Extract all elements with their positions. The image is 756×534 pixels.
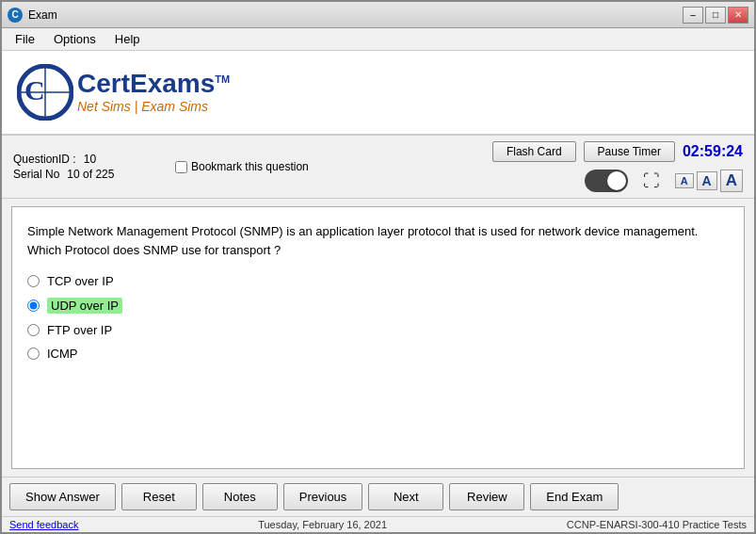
serial-value: 10 of 225 [67,168,114,181]
serial-row: Serial No 10 of 225 [13,168,164,181]
logo-area: C CertExamsTM Net Sims | Exam Sims [2,51,754,136]
brand-name: CertExamsTM [77,71,230,97]
option-3-radio[interactable] [27,324,40,336]
previous-button[interactable]: Previous [283,483,363,510]
status-bar: Send feedback Tuesday, February 16, 2021… [2,516,754,532]
question-id-value: 10 [84,153,96,166]
option-2-label[interactable]: UDP over IP [47,298,122,314]
bookmark-area: Bookmark this question [175,160,309,173]
pause-timer-button[interactable]: Pause Timer [584,141,675,162]
status-date: Tuesday, February 16, 2021 [78,519,566,530]
review-button[interactable]: Review [449,483,524,510]
option-1-label[interactable]: TCP over IP [47,274,114,288]
show-answer-button[interactable]: Show Answer [9,483,116,510]
controls-row: ⛶ A A A [585,170,743,192]
option-1: TCP over IP [27,274,729,288]
toggle-switch[interactable] [585,170,628,192]
question-id-row: QuestionID : 10 [13,153,164,166]
menu-bar: File Options Help [2,28,754,51]
option-3: FTP over IP [27,323,729,337]
question-text: Simple Network Management Protocol (SNMP… [27,222,729,259]
minimize-button[interactable]: – [683,7,703,24]
options-list: TCP over IP UDP over IP FTP over IP ICMP [27,274,729,361]
option-1-radio[interactable] [27,275,40,287]
font-large-button[interactable]: A [720,170,743,192]
option-2-radio[interactable] [27,299,40,312]
bookmark-label: Bookmark this question [191,160,309,173]
serial-label: Serial No [13,168,59,181]
font-small-button[interactable]: A [675,173,694,188]
bookmark-checkbox[interactable] [175,161,187,173]
next-button[interactable]: Next [368,483,443,510]
window-title: Exam [28,8,683,22]
reset-button[interactable]: Reset [121,483,197,510]
logo: C CertExamsTM Net Sims | Exam Sims [17,64,230,121]
status-exam-name: CCNP-ENARSI-300-410 Practice Tests [567,519,747,530]
question-id-label: QuestionID : [13,153,76,166]
expand-icon[interactable]: ⛶ [643,171,660,191]
svg-text:C: C [24,74,45,105]
logo-text: CertExamsTM Net Sims | Exam Sims [77,71,230,114]
font-size-controls: A A A [675,170,743,192]
font-medium-button[interactable]: A [697,171,717,190]
menu-options[interactable]: Options [44,30,105,48]
send-feedback-link[interactable]: Send feedback [9,519,78,530]
logo-icon: C [17,64,73,121]
option-4-label[interactable]: ICMP [47,347,78,361]
option-2: UDP over IP [27,298,729,314]
flash-card-button[interactable]: Flash Card [492,141,576,162]
app-icon: C [8,8,23,23]
option-4-radio[interactable] [27,348,40,360]
question-info: QuestionID : 10 Serial No 10 of 225 [13,153,164,181]
menu-file[interactable]: File [6,30,44,48]
end-exam-button[interactable]: End Exam [530,483,619,510]
notes-button[interactable]: Notes [202,483,278,510]
toggle-knob [607,171,626,190]
menu-help[interactable]: Help [105,30,150,48]
info-bar: QuestionID : 10 Serial No 10 of 225 Book… [2,136,754,199]
question-area: Simple Network Management Protocol (SNMP… [11,206,745,469]
title-bar: C Exam – □ ✕ [2,2,754,28]
brand-subtitle: Net Sims | Exam Sims [77,99,230,114]
maximize-button[interactable]: □ [705,7,726,24]
main-window: C Exam – □ ✕ File Options Help C [0,0,756,534]
bottom-bar: Show Answer Reset Notes Previous Next Re… [2,477,754,516]
window-controls: – □ ✕ [683,7,748,24]
close-button[interactable]: ✕ [728,7,748,24]
timer-display: 02:59:24 [683,143,743,160]
option-4: ICMP [27,347,729,361]
option-3-label[interactable]: FTP over IP [47,323,112,337]
